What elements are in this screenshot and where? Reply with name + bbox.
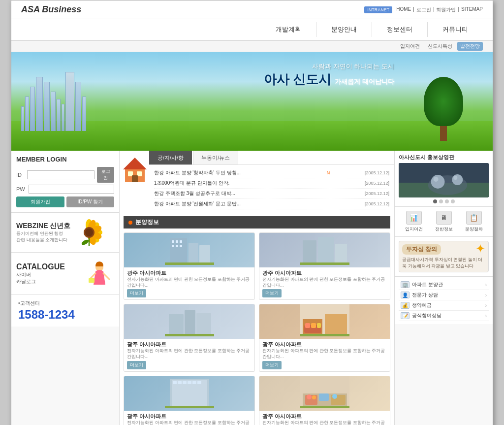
savings-icon: 💰 [401, 302, 410, 309]
news-title-2[interactable]: 한강 주택조합 3월 성공추구로 대박... [154, 190, 292, 197]
hero-banner: 사람과 자연이 하나되는 도시 아사 신도시 가새롭게 태어납니다 [11, 52, 493, 151]
section-title-label: 분양정보 [135, 218, 159, 227]
header-link-home[interactable]: HOME [396, 6, 411, 13]
customer-center-label: •고객센터 [18, 300, 112, 307]
header-link-login[interactable]: 로그인 [416, 6, 431, 13]
news-area: 공/지/사/항 뉴동이/뉴스 한강 아파트 분양 '청약자축' 두번 당첨...… [120, 151, 394, 212]
property-info-2: 광주 아시아파트 전자기능화된 아파트의 편에 관한 모든정보를 포함하는 주거… [124, 339, 254, 371]
property-name-0: 광주 아시아파트 [127, 269, 252, 277]
svg-point-9 [85, 229, 93, 236]
tab-header: 공/지/사/항 뉴동이/뉴스 [149, 151, 394, 165]
intranet-badge[interactable]: INTRANET [364, 6, 392, 13]
tab-news[interactable]: 뉴동이/뉴스 [193, 151, 238, 164]
property-name-3: 광주 아시아파트 [262, 341, 387, 348]
sub-nav: 입지여건 신도시특성 발전전망 [11, 41, 493, 52]
icon-item-location[interactable]: 📊 입지여건 [405, 211, 423, 232]
quick-link-expert[interactable]: 👤 전문가 상담 › [399, 290, 489, 300]
sub-nav-item-2[interactable]: 발전전망 [457, 42, 483, 51]
nav-item-dev[interactable]: 개발계획 [261, 22, 316, 37]
property-more-btn-3[interactable]: 더보기 [262, 361, 282, 369]
video-dot-2[interactable] [445, 199, 449, 203]
hero-buildings [21, 72, 86, 131]
apartment-icon: 🏢 [401, 281, 410, 288]
property-img-4 [124, 376, 254, 411]
login-submit-button[interactable]: 로그인 [97, 167, 114, 183]
news-thumbnail [120, 151, 149, 212]
svg-rect-28 [176, 245, 178, 247]
property-info-0: 광주 아시아파트 전자기능화된 아파트의 편에 관한 모든정보를 포함하는 주거… [124, 267, 254, 299]
login-buttons: 회원가입 ID/PW 찾기 [16, 196, 114, 207]
header-separator: | [433, 6, 435, 13]
quick-links: 🏢 아파트 분양관 › 👤 전문가 상담 › 💰 청약예금 [395, 277, 493, 324]
video-dot-3[interactable] [451, 199, 455, 203]
quick-link-savings[interactable]: 💰 청약예금 › [399, 300, 489, 311]
expert-icon: 👤 [401, 292, 410, 298]
icon-item-info[interactable]: 🖥 전반정보 [435, 211, 453, 232]
webzine-desc: 등기이전에 연관된 행정 관련 내용들을 소개합니다 [16, 230, 70, 243]
header-link-register[interactable]: 회원가입 [436, 6, 456, 13]
news-title-0[interactable]: 한강 아파트 분양 '청약자축' 두번 당첨... [154, 169, 292, 176]
svg-rect-29 [180, 245, 182, 247]
sub-nav-item-0[interactable]: 입지여건 [397, 42, 423, 51]
register-button[interactable]: 회원가입 [16, 196, 64, 207]
login-pw-input[interactable] [29, 185, 114, 194]
svg-rect-53 [192, 381, 196, 384]
sub-nav-item-1[interactable]: 신도시특성 [425, 42, 455, 51]
svg-rect-32 [318, 237, 334, 265]
news-title-3[interactable]: 한강 아파트 분양 '전월세화' 문고 문답... [154, 200, 292, 207]
video-dot-0[interactable] [433, 199, 437, 203]
icon-item-process[interactable]: 📋 분양절차 [465, 211, 483, 232]
svg-rect-55 [165, 406, 214, 408]
svg-point-68 [431, 175, 445, 189]
catalogue-section[interactable]: CATALOGUE 사이버 카달로그 [11, 253, 119, 295]
property-card-5[interactable]: 광주 아시아파트 전자기능화된 아파트의 편에 관한 모든정보를 포함하는 주거… [259, 376, 390, 425]
svg-rect-38 [165, 334, 214, 336]
login-id-input[interactable] [27, 170, 94, 179]
svg-point-11 [81, 239, 90, 246]
nav-item-sale[interactable]: 분양안내 [316, 22, 372, 37]
find-id-pw-button[interactable]: ID/PW 찾기 [66, 196, 115, 207]
official-icon: 📝 [401, 312, 410, 319]
login-pw-label: PW [16, 186, 26, 192]
news-item: 한강 아파트 분양 '청약자축' 두번 당첨... N [2005.12.12] [154, 168, 389, 178]
main-content: MEMBER LOGIN ID 로그인 PW 회원가입 ID/PW 찾기 [11, 151, 493, 425]
main-nav: 개발계획 분양안내 정보센터 커뮤니티 [11, 19, 493, 41]
property-card-1[interactable]: 광주 아시아파트 전자기능화된 아파트의 편에 관한 모든정보를 포함하는 주거… [259, 232, 390, 300]
property-card-0[interactable]: 광주 아시아파트 전자기능화된 아파트의 편에 관한 모든정보를 포함하는 주거… [124, 232, 255, 300]
svg-rect-41 [325, 314, 347, 334]
login-pw-row: PW [16, 185, 114, 194]
promo-video[interactable] [399, 163, 489, 197]
webzine-section[interactable]: WEBZINE 신년호 등기이전에 연관된 행정 관련 내용들을 소개합니다 [11, 213, 119, 253]
promo-title: 아사신도시 홍보상영관 [399, 154, 489, 161]
property-card-4[interactable]: 광주 아시아파트 전자기능화된 아파트의 편에 관한 모든정보를 포함하는 주거… [124, 376, 255, 425]
quick-link-label-0: 아파트 분양관 [412, 281, 443, 288]
quick-link-official[interactable]: 📝 공식참여상담 › [399, 311, 489, 321]
svg-rect-26 [180, 240, 182, 243]
property-more-btn-1[interactable]: 더보기 [262, 289, 282, 297]
video-dot-1[interactable] [439, 199, 443, 203]
svg-rect-64 [300, 406, 349, 408]
svg-rect-50 [178, 381, 182, 384]
property-more-btn-0[interactable]: 더보기 [127, 289, 146, 297]
property-card-2[interactable]: 광주 아시아파트 전자기능화된 아파트의 편에 관한 모든정보를 포함하는 주거… [124, 304, 255, 371]
nav-item-info[interactable]: 정보센터 [372, 22, 428, 37]
promo-section: 아사신도시 홍보상영관 [395, 151, 493, 207]
property-more-btn-2[interactable]: 더보기 [127, 361, 146, 369]
property-card-3[interactable]: 광주 아시아파트 전자기능화된 아파트의 편에 관한 모든정보를 포함하는 주거… [259, 304, 390, 371]
tab-notice[interactable]: 공/지/사/항 [149, 151, 192, 164]
news-item: 한강 주택조합 3월 성공추구로 대박... [2005.12.12] [154, 189, 389, 199]
svg-rect-15 [89, 278, 94, 283]
offer-badge: ✦ 투자싱 창의 공급대사시가격 투자싱이 연결된 놀이 더욱 가능해져서 각광… [399, 241, 489, 272]
info-icon: 🖥 [436, 211, 452, 225]
quick-link-apartment[interactable]: 🏢 아파트 분양관 › [399, 280, 489, 290]
nav-item-community[interactable]: 커뮤니티 [428, 22, 483, 37]
news-title-1[interactable]: 1조000억원대 분규 단지들이 안착. [154, 180, 292, 187]
header-link-sitemap[interactable]: SITEMAP [461, 6, 483, 13]
news-item: 1조000억원대 분규 단지들이 안착. [2005.12.12] [154, 178, 389, 189]
property-desc-3: 전자기능화된 아파트의 편에 관한 모든정보를 포함하는 주거공간입니다... [262, 348, 387, 360]
webzine-title: WEBZINE 신년호 [16, 222, 70, 230]
video-dots [399, 199, 489, 203]
quick-link-arrow-0: › [485, 282, 487, 288]
catalogue-girl-icon [85, 258, 114, 290]
quick-link-left-3: 📝 공식참여상담 [401, 312, 441, 319]
